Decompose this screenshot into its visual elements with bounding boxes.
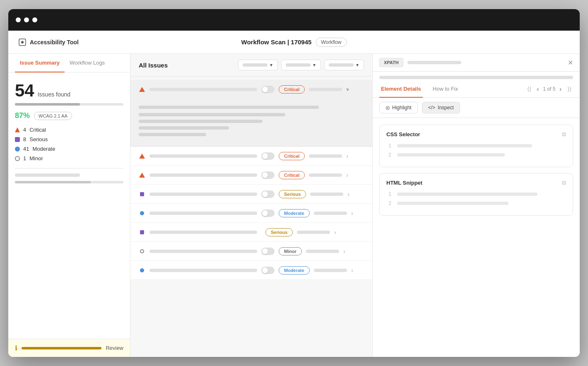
toggle-1[interactable] xyxy=(261,152,275,160)
issues-list: Critical ▾ xyxy=(130,77,372,357)
issue-row-3[interactable]: Serious › xyxy=(130,185,372,204)
issue-skeleton-7 xyxy=(149,269,257,272)
issue-meta-skeleton-1 xyxy=(309,154,342,158)
filter-button-3[interactable]: ▾ xyxy=(324,60,364,70)
app-name: Accessibility Tool xyxy=(30,39,79,46)
moderate-label: Moderate xyxy=(32,146,55,152)
issue-row-0[interactable]: Critical ▾ xyxy=(130,80,372,99)
html-code-line-2: 2 xyxy=(386,200,566,206)
css-copy-button[interactable]: ⧉ xyxy=(562,131,566,138)
exp-skeleton-line-4 xyxy=(139,133,206,136)
rp-header-skeleton xyxy=(379,76,573,79)
toggle-3[interactable] xyxy=(261,190,275,198)
issue-row-4[interactable]: Moderate › xyxy=(130,204,372,223)
critical-triangle-icon-1 xyxy=(139,154,145,159)
xpath-skeleton xyxy=(407,61,461,64)
html-copy-button[interactable]: ⧉ xyxy=(562,179,566,186)
traffic-light-maximize[interactable] xyxy=(32,17,37,22)
serious-label: Serious xyxy=(29,136,48,142)
filter-button-2[interactable]: ▾ xyxy=(281,60,321,70)
html-line-number-1: 1 xyxy=(386,191,391,197)
inspect-button[interactable]: </> Inspect xyxy=(422,102,460,113)
tab-workflow-logs[interactable]: Workflow Logs xyxy=(65,54,110,72)
app-content: Accessibility Tool Workflow Scan | 17094… xyxy=(8,31,580,357)
tab-issue-summary[interactable]: Issue Summary xyxy=(15,54,65,72)
expanded-detail-0 xyxy=(130,99,372,147)
critical-icon xyxy=(15,128,20,132)
tab-element-details[interactable]: Element Details xyxy=(379,81,423,98)
traffic-light-minimize[interactable] xyxy=(24,17,29,22)
issue-skeleton-6 xyxy=(149,250,257,253)
issue-type-moderate: 41 Moderate xyxy=(15,146,123,152)
close-button[interactable]: ✕ xyxy=(568,59,573,67)
toggle-0[interactable] xyxy=(261,86,275,93)
nav-prev-button[interactable]: ‹ xyxy=(535,85,541,93)
workflow-badge: Workflow xyxy=(316,38,347,47)
severity-badge-3: Serious xyxy=(279,190,306,198)
filter-row: ▾ ▾ ▾ xyxy=(238,60,364,70)
issue-row-2[interactable]: Critical › xyxy=(130,166,372,185)
filter-chevron-3: ▾ xyxy=(356,62,359,68)
issue-row-7[interactable]: Moderate › xyxy=(130,261,372,280)
severity-badge-5: Serious xyxy=(265,228,293,236)
html-code-line-1: 1 xyxy=(386,191,566,197)
sidebar-tabs: Issue Summary Workflow Logs xyxy=(8,54,130,72)
severity-badge-4: Moderate xyxy=(279,209,310,217)
moderate-circle-icon-4 xyxy=(140,211,144,215)
app-window: Accessibility Tool Workflow Scan | 17094… xyxy=(8,9,580,357)
nav-last-button[interactable]: ⟩⟩ xyxy=(566,85,573,93)
toggle-6[interactable] xyxy=(261,248,275,255)
issue-meta-skeleton-5 xyxy=(297,231,330,234)
css-selector-header: CSS Selector ⧉ xyxy=(386,131,566,138)
filter-skeleton-2 xyxy=(286,63,311,67)
filter-chevron-2: ▾ xyxy=(313,62,316,68)
app-header: Accessibility Tool Workflow Scan | 17094… xyxy=(8,31,580,54)
app-title-area: Workflow Scan | 170945 Workflow xyxy=(241,38,347,47)
critical-label: Critical xyxy=(29,127,46,133)
issue-meta-skeleton-4 xyxy=(314,212,347,215)
issue-row-5[interactable]: Serious › xyxy=(130,223,372,242)
toggle-7[interactable] xyxy=(261,267,275,274)
issues-progress-fill xyxy=(15,103,80,106)
wcag-badge: WCAG 2.1 AA xyxy=(34,112,72,120)
severity-badge-1: Critical xyxy=(279,152,305,160)
nav-next-button[interactable]: › xyxy=(558,85,563,93)
sidebar: Issue Summary Workflow Logs 54 Issues fo… xyxy=(8,54,130,357)
issues-panel: All Issues ▾ ▾ ▾ xyxy=(130,54,373,357)
serious-icon xyxy=(15,137,20,142)
chevron-icon-6: › xyxy=(343,248,345,255)
logo-icon xyxy=(18,38,27,46)
issue-meta-skeleton-0 xyxy=(309,88,342,91)
toggle-4[interactable] xyxy=(261,209,275,217)
html-snippet-section: HTML Snippet ⧉ 1 2 xyxy=(379,173,573,216)
main-body: Issue Summary Workflow Logs 54 Issues fo… xyxy=(8,54,580,357)
highlight-icon: ◎ xyxy=(386,105,390,111)
moderate-count: 41 xyxy=(23,146,29,152)
highlight-button[interactable]: ◎ Highlight xyxy=(379,102,418,113)
minor-icon xyxy=(15,156,20,161)
issue-meta-skeleton-6 xyxy=(306,250,339,253)
issue-icon-serious-3 xyxy=(139,192,145,196)
nav-first-button[interactable]: ⟨⟨ xyxy=(525,85,533,93)
issue-row-6[interactable]: Minor › xyxy=(130,242,372,261)
issue-row-1[interactable]: Critical › xyxy=(130,147,372,166)
line-number-2: 2 xyxy=(386,152,391,158)
filter-button-1[interactable]: ▾ xyxy=(238,60,278,70)
issue-skeleton-0 xyxy=(149,88,257,91)
toggle-area-0 xyxy=(261,86,275,93)
traffic-light-close[interactable] xyxy=(16,17,21,22)
css-code-line-1: 1 xyxy=(386,143,566,149)
html-skeleton-1 xyxy=(397,193,537,196)
tab-how-to-fix[interactable]: How to Fix xyxy=(431,81,460,98)
issue-skeleton-5 xyxy=(149,231,257,234)
chevron-icon-0: ▾ xyxy=(346,86,349,93)
rp-action-bar: ◎ Highlight </> Inspect xyxy=(373,98,580,118)
issues-number: 54 xyxy=(15,81,34,101)
exp-skeleton-title xyxy=(139,106,319,109)
issue-meta-skeleton-7 xyxy=(314,269,347,272)
issue-icon-moderate-4 xyxy=(139,211,145,215)
chevron-icon-5: › xyxy=(334,229,336,236)
toggle-area-7 xyxy=(261,267,275,274)
toggle-2[interactable] xyxy=(261,171,275,179)
issue-icon-minor-6 xyxy=(139,249,145,253)
